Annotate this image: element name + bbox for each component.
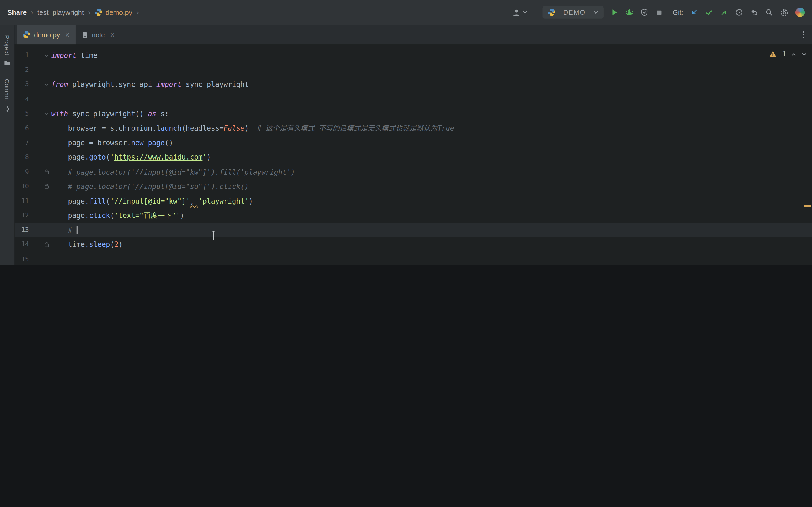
settings-button[interactable] — [780, 8, 789, 17]
git-label: Git: — [673, 9, 683, 16]
run-config-name: DEMO — [560, 9, 589, 16]
run-config-selector[interactable]: DEMO — [543, 6, 603, 19]
code-line[interactable]: 9 # page.locator('//input[@id="kw"]').fi… — [15, 165, 812, 179]
pycharm-window: Share›test_playwright›demo.py› DEMO Git: — [0, 0, 812, 265]
gutter-marker — [29, 135, 51, 150]
breadcrumb-item[interactable]: demo.py — [95, 8, 132, 17]
tab-note[interactable]: note× — [75, 25, 120, 45]
sidebar-item-commit[interactable]: Commit — [3, 79, 10, 112]
breadcrumb-label: test_playwright — [37, 9, 84, 16]
python-icon — [548, 8, 556, 17]
fold-icon — [44, 111, 49, 116]
commit-icon — [3, 105, 10, 113]
code-line[interactable]: 14 time.sleep(2) — [15, 237, 812, 252]
text-caret — [76, 226, 78, 234]
code-line[interactable]: 6 browser = s.chromium.launch(headless=F… — [15, 121, 812, 135]
code-line[interactable]: 10 # page.locator('//input[@id="su"]').c… — [15, 179, 812, 193]
code-line[interactable]: 12 page.click('text="百度一下"') — [15, 208, 812, 223]
line-number: 12 — [19, 208, 29, 223]
gutter-marker — [29, 48, 51, 63]
chevron-down-icon — [522, 10, 527, 15]
code-line[interactable]: 8 page.goto('https://www.baidu.com') — [15, 150, 812, 165]
folder-icon — [3, 59, 10, 67]
code-line[interactable]: 1import time — [15, 48, 812, 63]
next-problem-icon[interactable] — [802, 51, 807, 57]
code-text: page.fill('//input[@id="kw"]', 'playwrig… — [51, 193, 812, 208]
toolbar-actions: DEMO Git: — [512, 6, 805, 19]
line-number: 15 — [19, 252, 29, 265]
code-line[interactable]: 13 # — [15, 223, 812, 237]
close-icon[interactable]: × — [110, 31, 115, 39]
code-text: page.click('text="百度一下"') — [51, 208, 812, 223]
lock-icon — [44, 184, 49, 189]
code-line[interactable]: 11 page.fill('//input[@id="kw"]', 'playw… — [15, 193, 812, 208]
code-line[interactable]: 4 — [15, 92, 812, 106]
coverage-button[interactable] — [640, 8, 649, 17]
gutter-marker — [29, 121, 51, 135]
mouse-cursor — [211, 230, 217, 241]
code-text — [51, 252, 812, 265]
code-text: from playwright.sync_api import sync_pla… — [51, 77, 812, 92]
gutter-marker — [29, 150, 51, 165]
line-number: 1 — [19, 48, 29, 63]
code-line[interactable]: 5with sync_playwright() as s: — [15, 106, 812, 121]
lock-icon — [44, 169, 49, 175]
editor-lines: 1import time23from playwright.sync_api i… — [15, 48, 812, 265]
chevron-down-icon — [593, 10, 598, 15]
line-number: 7 — [19, 135, 29, 150]
tab-demo.py[interactable]: demo.py× — [16, 25, 75, 45]
commit-button[interactable] — [705, 8, 713, 17]
breadcrumb-chevron-icon: › — [137, 8, 139, 17]
line-number: 4 — [19, 92, 29, 106]
left-tool-window-bar: ProjectCommit StructureBookmarks — [0, 25, 15, 265]
gutter-marker — [29, 223, 51, 237]
tab-options-icon[interactable] — [803, 31, 805, 39]
line-number: 3 — [19, 77, 29, 92]
update-project-button[interactable] — [690, 8, 698, 17]
tool-window-label: Project — [4, 35, 10, 55]
code-editor[interactable]: 1import time23from playwright.sync_api i… — [15, 44, 812, 265]
close-icon[interactable]: × — [65, 31, 70, 39]
line-number: 13 — [19, 223, 29, 237]
prev-problem-icon[interactable] — [792, 51, 797, 57]
python-icon — [22, 31, 31, 39]
users-button[interactable] — [512, 8, 527, 17]
code-line[interactable]: 2 — [15, 63, 812, 77]
error-stripe-mark[interactable] — [804, 205, 811, 207]
breadcrumb-item[interactable]: test_playwright — [37, 9, 84, 16]
code-text: # — [51, 223, 812, 237]
right-margin-guide — [569, 44, 569, 265]
gutter-marker — [29, 165, 51, 179]
gutter-marker — [29, 106, 51, 121]
code-line[interactable]: 3from playwright.sync_api import sync_pl… — [15, 77, 812, 92]
avatar[interactable] — [796, 8, 805, 17]
push-button[interactable] — [720, 8, 728, 17]
code-text: time.sleep(2) — [51, 237, 812, 252]
tab-label: demo.py — [34, 31, 60, 39]
fold-icon — [44, 53, 49, 58]
sidebar-item-project[interactable]: Project — [3, 35, 10, 67]
code-text: page.goto('https://www.baidu.com') — [51, 150, 812, 165]
lock-icon — [44, 242, 49, 247]
code-text — [51, 63, 812, 77]
editor-tabs: demo.py×note× — [15, 25, 812, 45]
debug-button[interactable] — [625, 8, 633, 17]
rollback-button[interactable] — [750, 8, 758, 17]
history-button[interactable] — [735, 8, 743, 17]
inspection-widget[interactable]: 1 — [769, 50, 807, 58]
breadcrumb: Share›test_playwright›demo.py› — [7, 8, 139, 17]
warning-icon — [769, 50, 777, 58]
code-line[interactable]: 7 page = browser.new_page() — [15, 135, 812, 150]
breadcrumb-chevron-icon: › — [88, 8, 90, 17]
code-line[interactable]: 15 — [15, 252, 812, 265]
stop-button[interactable] — [655, 9, 663, 16]
breadcrumb-item[interactable]: Share — [7, 9, 27, 16]
gutter-marker — [29, 92, 51, 106]
breadcrumb-chevron-icon: › — [31, 8, 33, 17]
gutter-marker — [29, 179, 51, 193]
search-everywhere-button[interactable] — [765, 8, 773, 17]
tab-label: note — [92, 31, 105, 39]
run-button[interactable] — [610, 8, 618, 17]
gutter-marker — [29, 252, 51, 265]
editor-column: demo.py×note× 1import time23from playwri… — [15, 25, 812, 265]
